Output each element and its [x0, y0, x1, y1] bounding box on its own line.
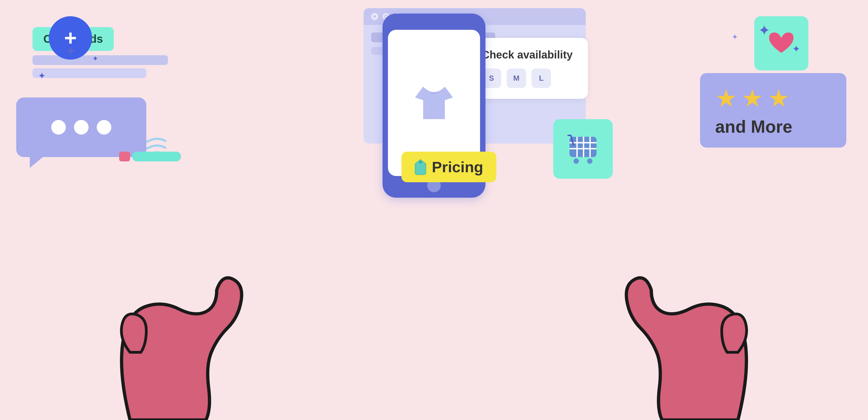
sparkle-2: ✦: [38, 70, 46, 81]
svg-point-0: [419, 161, 422, 164]
pricing-label: Pricing: [432, 158, 483, 176]
star-2: ★: [742, 84, 764, 112]
size-m-button[interactable]: M: [506, 68, 526, 88]
browser-close-btn[interactable]: ×: [371, 13, 378, 20]
star-3: ★: [768, 84, 790, 112]
tshirt-icon: [412, 84, 456, 122]
nav-bar-1: [32, 55, 168, 65]
left-hand: [76, 176, 320, 420]
svg-point-8: [587, 158, 592, 164]
availability-title: Check availability: [482, 49, 573, 61]
sparkle-5: ✦: [792, 43, 800, 55]
cart-card: [553, 119, 613, 179]
sparkle-3: ✦: [92, 54, 98, 63]
main-scene: ✦ ✦ ✦ ✦ ✦ ✦ + Create Ads × □ −: [0, 0, 868, 420]
right-hand: [548, 176, 792, 420]
size-l-button[interactable]: L: [531, 68, 551, 88]
sparkle-4: ✦: [758, 22, 771, 39]
stars-row: ★ ★ ★: [715, 84, 831, 112]
price-tag-icon: [414, 159, 426, 175]
stars-and-more-card: ★ ★ ★ and More: [700, 73, 846, 148]
pricing-tag: Pricing: [402, 152, 496, 182]
size-buttons: S M L: [482, 68, 573, 88]
and-more-label: and More: [715, 117, 831, 137]
cart-icon: [567, 134, 599, 164]
pencil-body: [132, 152, 181, 161]
chat-bubble: [16, 97, 146, 157]
chat-dot-1: [51, 120, 66, 135]
pencil-eraser: [119, 152, 130, 161]
pencil-element: [119, 152, 181, 161]
chat-dot-3: [97, 120, 111, 135]
svg-point-7: [574, 158, 579, 164]
sparkle-6: ✦: [732, 32, 738, 41]
heart-icon: [767, 30, 796, 57]
star-1: ★: [715, 84, 737, 112]
sparkle-1: ✦: [65, 43, 76, 59]
nav-bar-2: [32, 68, 146, 78]
chat-dot-2: [74, 120, 89, 135]
